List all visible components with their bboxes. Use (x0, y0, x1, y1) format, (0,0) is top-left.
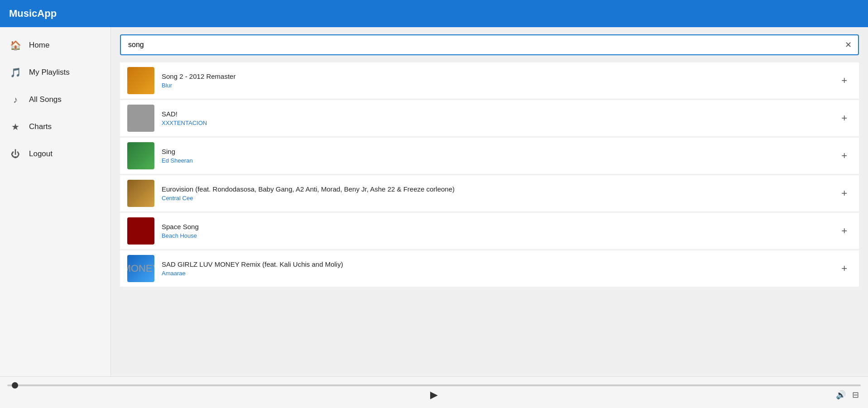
progress-track[interactable] (7, 384, 861, 386)
song-artist: Beach House (162, 232, 837, 239)
progress-dot (12, 382, 18, 389)
song-thumbnail: MONEY (127, 255, 154, 282)
content-area: ✕ Song 2 - 2012 RemasterBlur+?SAD!XXXTEN… (111, 27, 868, 376)
playbar-controls: ▶ 🔊 ⊟ (0, 389, 868, 401)
app-header: MusicApp (0, 0, 868, 27)
song-info: SingEd Sheeran (162, 148, 837, 164)
song-thumbnail (127, 142, 154, 169)
song-title: SAD GIRLZ LUV MONEY Remix (feat. Kali Uc… (162, 260, 837, 268)
sidebar-item-logout[interactable]: ⏻Logout (0, 140, 110, 168)
song-title: Eurovision (feat. Rondodasosa, Baby Gang… (162, 185, 837, 193)
sidebar-item-home[interactable]: 🏠Home (0, 32, 110, 59)
add-to-playlist-button[interactable]: + (837, 223, 852, 239)
volume-icon[interactable]: 🔊 (836, 390, 846, 400)
sidebar-label-charts: Charts (29, 122, 52, 131)
home-icon: 🏠 (9, 39, 22, 52)
song-artist: Blur (162, 82, 837, 89)
sidebar-label-all-songs: All Songs (29, 95, 62, 104)
main-layout: 🏠Home🎵My Playlists♪All Songs★Charts⏻Logo… (0, 27, 868, 376)
list-item[interactable]: Song 2 - 2012 RemasterBlur+ (120, 62, 859, 99)
add-to-playlist-button[interactable]: + (837, 73, 852, 88)
sidebar-label-logout: Logout (29, 149, 53, 158)
list-item[interactable]: MONEYSAD GIRLZ LUV MONEY Remix (feat. Ka… (120, 250, 859, 287)
charts-icon: ★ (9, 120, 22, 133)
queue-icon[interactable]: ⊟ (852, 390, 859, 400)
song-title: Space Song (162, 223, 837, 230)
sidebar-item-my-playlists[interactable]: 🎵My Playlists (0, 59, 110, 86)
add-to-playlist-button[interactable]: + (837, 186, 852, 201)
playbar: ▶ 🔊 ⊟ (0, 376, 868, 408)
list-item[interactable]: ?SAD!XXXTENTACION+ (120, 100, 859, 137)
song-artist: Ed Sheeran (162, 157, 837, 164)
song-info: SAD!XXXTENTACION (162, 110, 837, 126)
sidebar-item-all-songs[interactable]: ♪All Songs (0, 86, 110, 113)
song-thumbnail: ? (127, 105, 154, 132)
song-thumbnail (127, 180, 154, 207)
sidebar-item-charts[interactable]: ★Charts (0, 113, 110, 140)
search-wrapper: ✕ (120, 34, 859, 55)
search-clear-button[interactable]: ✕ (839, 36, 858, 53)
all-songs-icon: ♪ (9, 93, 22, 106)
song-title: SAD! (162, 110, 837, 118)
list-item[interactable]: Eurovision (feat. Rondodasosa, Baby Gang… (120, 175, 859, 212)
song-artist: XXXTENTACION (162, 120, 837, 126)
song-artist: Amaarae (162, 270, 837, 277)
song-list: Song 2 - 2012 RemasterBlur+?SAD!XXXTENTA… (111, 62, 868, 376)
app-title: MusicApp (9, 8, 57, 19)
add-to-playlist-button[interactable]: + (837, 148, 852, 163)
song-title: Song 2 - 2012 Remaster (162, 72, 837, 80)
list-item[interactable]: SingEd Sheeran+ (120, 138, 859, 174)
song-artist: Central Cee (162, 195, 837, 202)
add-to-playlist-button[interactable]: + (837, 110, 852, 126)
song-thumbnail (127, 67, 154, 94)
song-info: Space SongBeach House (162, 223, 837, 239)
logout-icon: ⏻ (9, 148, 22, 160)
song-info: SAD GIRLZ LUV MONEY Remix (feat. Kali Uc… (162, 260, 837, 277)
search-input[interactable] (121, 35, 839, 54)
play-button[interactable]: ▶ (430, 389, 438, 401)
list-item[interactable]: Space SongBeach House+ (120, 213, 859, 250)
sidebar: 🏠Home🎵My Playlists♪All Songs★Charts⏻Logo… (0, 27, 111, 376)
song-title: Sing (162, 148, 837, 155)
my-playlists-icon: 🎵 (9, 66, 22, 79)
song-info: Eurovision (feat. Rondodasosa, Baby Gang… (162, 185, 837, 202)
right-controls: 🔊 ⊟ (836, 390, 859, 400)
add-to-playlist-button[interactable]: + (837, 261, 852, 276)
song-info: Song 2 - 2012 RemasterBlur (162, 72, 837, 89)
search-container: ✕ (111, 27, 868, 62)
progress-bar-container[interactable] (0, 384, 868, 386)
song-thumbnail (127, 217, 154, 245)
sidebar-label-my-playlists: My Playlists (29, 68, 70, 77)
sidebar-label-home: Home (29, 41, 49, 50)
